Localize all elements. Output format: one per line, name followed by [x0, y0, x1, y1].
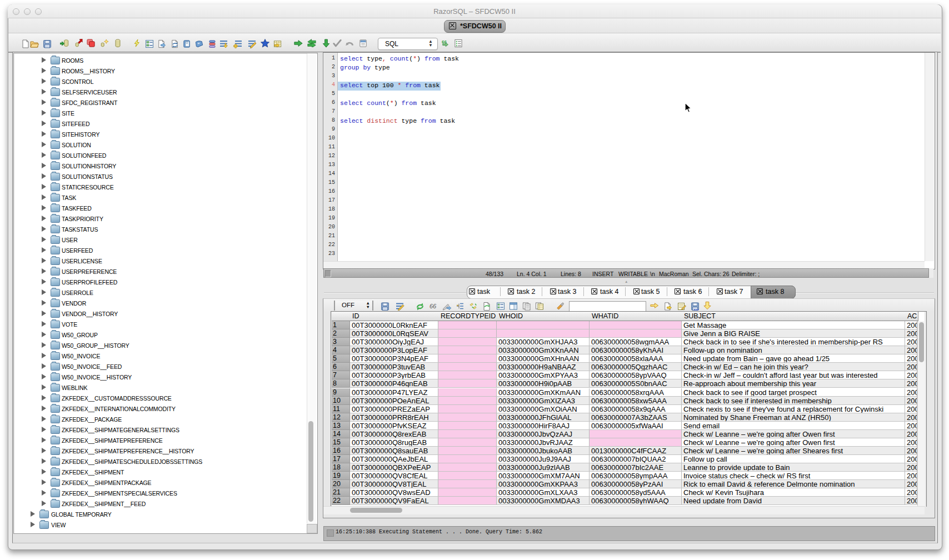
svg-text:66: 66 [429, 303, 437, 309]
